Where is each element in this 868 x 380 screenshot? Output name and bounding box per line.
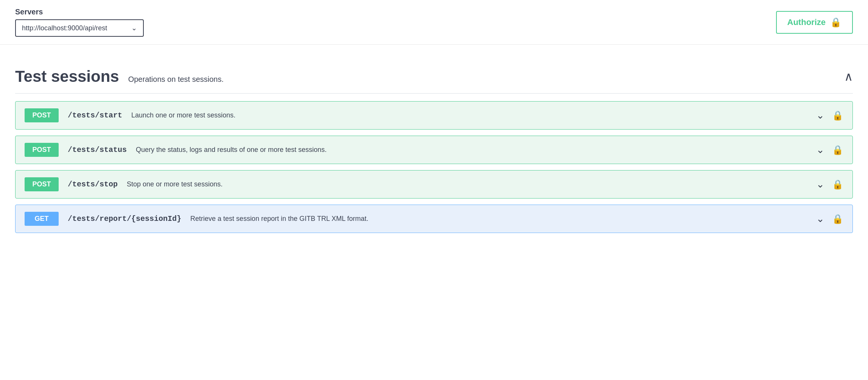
endpoint-row[interactable]: POST /tests/stop Stop one or more test s…: [15, 170, 853, 199]
endpoint-path: /tests/report/{sessionId}: [68, 214, 181, 223]
servers-label: Servers: [15, 8, 144, 16]
lock-icon: 🔒: [832, 179, 843, 190]
authorize-label: Authorize: [787, 17, 826, 27]
endpoint-actions: ⌄ 🔒: [816, 144, 843, 156]
collapse-button[interactable]: ∧: [844, 69, 853, 84]
endpoint-path: /tests/start: [68, 111, 122, 120]
chevron-down-icon[interactable]: ⌄: [816, 178, 824, 190]
chevron-down-icon[interactable]: ⌄: [816, 144, 824, 156]
section-title-group: Test sessions Operations on test session…: [15, 67, 224, 86]
endpoint-actions: ⌄ 🔒: [816, 178, 843, 190]
server-url: http://localhost:9000/api/rest: [22, 24, 107, 32]
header: Servers http://localhost:9000/api/rest ⌄…: [0, 0, 868, 45]
lock-icon: 🔒: [830, 17, 842, 28]
chevron-down-icon: ⌄: [131, 24, 137, 32]
endpoint-summary: Retrieve a test session report in the GI…: [190, 215, 816, 223]
endpoint-path: /tests/status: [68, 145, 127, 154]
lock-icon: 🔒: [832, 214, 843, 224]
section-header: Test sessions Operations on test session…: [15, 60, 853, 94]
endpoint-path: /tests/stop: [68, 180, 118, 189]
endpoint-actions: ⌄ 🔒: [816, 109, 843, 121]
method-badge: POST: [25, 143, 59, 157]
authorize-button[interactable]: Authorize 🔒: [776, 11, 853, 34]
servers-section: Servers http://localhost:9000/api/rest ⌄: [15, 8, 144, 37]
lock-icon: 🔒: [832, 145, 843, 155]
chevron-down-icon[interactable]: ⌄: [816, 109, 824, 121]
endpoint-summary: Stop one or more test sessions.: [127, 180, 816, 188]
server-dropdown[interactable]: http://localhost:9000/api/rest ⌄: [15, 19, 144, 37]
method-badge: POST: [25, 177, 59, 191]
endpoint-summary: Launch one or more test sessions.: [131, 111, 816, 119]
section-title: Test sessions: [15, 67, 119, 86]
lock-icon: 🔒: [832, 110, 843, 121]
main-content: Test sessions Operations on test session…: [0, 45, 868, 248]
chevron-down-icon[interactable]: ⌄: [816, 213, 824, 225]
endpoint-row[interactable]: POST /tests/start Launch one or more tes…: [15, 101, 853, 130]
endpoint-actions: ⌄ 🔒: [816, 213, 843, 225]
endpoint-summary: Query the status, logs and results of on…: [136, 146, 816, 154]
endpoint-row[interactable]: GET /tests/report/{sessionId} Retrieve a…: [15, 205, 853, 233]
section-description: Operations on test sessions.: [128, 75, 224, 84]
endpoint-row[interactable]: POST /tests/status Query the status, log…: [15, 136, 853, 164]
method-badge: POST: [25, 108, 59, 122]
endpoints-list: POST /tests/start Launch one or more tes…: [15, 101, 853, 233]
method-badge: GET: [25, 212, 59, 226]
